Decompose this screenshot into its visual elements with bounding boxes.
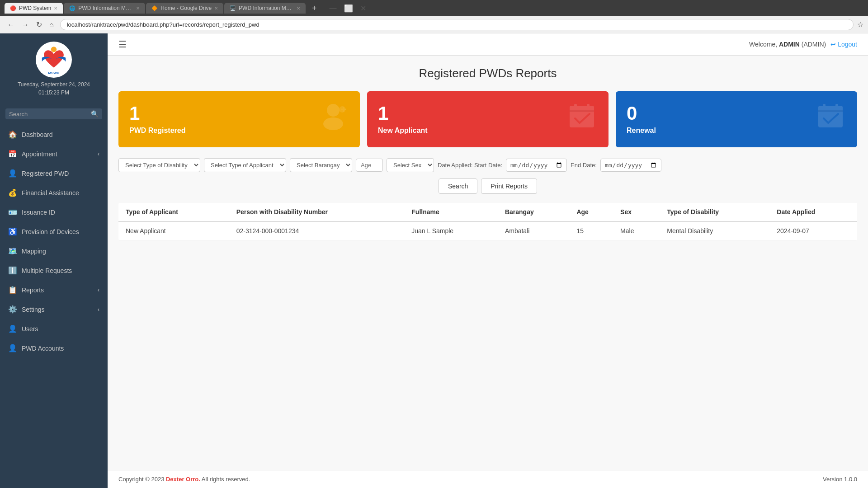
disability-type-select[interactable]: Select Type of DisabilityMental Disabili… bbox=[118, 158, 200, 172]
svg-rect-15 bbox=[835, 104, 838, 109]
stat-number-renewal: 0 bbox=[627, 104, 656, 123]
browser-chrome: 🔴PWD System✕🌐PWD Information Managen...✕… bbox=[0, 0, 868, 16]
sidebar-item-multiple-requests[interactable]: ℹ️ Multiple Requests bbox=[0, 261, 108, 280]
sidebar-item-financial-assistance[interactable]: 💰 Financial Assistance bbox=[0, 183, 108, 202]
tab-label-t2: PWD Information Managen... bbox=[78, 5, 133, 11]
search-icon[interactable]: 🔍 bbox=[91, 110, 99, 117]
nav-arrow-settings: ‹ bbox=[98, 306, 99, 313]
sidebar-datetime: Tuesday, September 24, 2024 01:15:23 PM bbox=[18, 80, 90, 97]
sidebar-item-mapping[interactable]: 🗺️ Mapping bbox=[0, 241, 108, 261]
col-header-person-with-disability-number: Person with Disability Number bbox=[229, 203, 405, 221]
nav-label-multiple-requests: Multiple Requests bbox=[22, 267, 99, 274]
cell-0-type-of-disability: Mental Disability bbox=[660, 221, 769, 240]
nav-icon-provision-of-devices: ♿ bbox=[8, 227, 17, 236]
stat-label-pwd-registered: PWD Registered bbox=[129, 127, 185, 135]
bookmark-button[interactable]: ☆ bbox=[857, 20, 863, 29]
home-button[interactable]: ⌂ bbox=[47, 19, 57, 30]
nav-arrow-appointment: ‹ bbox=[98, 151, 99, 157]
applicant-type-select[interactable]: Select Type of ApplicantNew ApplicantRen… bbox=[204, 158, 286, 172]
browser-tab-t4[interactable]: 🖥️PWD Information Managem...✕ bbox=[224, 3, 306, 14]
tab-close-t1[interactable]: ✕ bbox=[54, 6, 57, 11]
page-title: Registered PWDs Reports bbox=[118, 66, 857, 80]
tab-label-t1: PWD System bbox=[19, 5, 51, 11]
sidebar-item-pwd-accounts[interactable]: 👤 PWD Accounts bbox=[0, 338, 108, 358]
sidebar-item-reports[interactable]: 📋 Reports ‹ bbox=[0, 280, 108, 300]
browser-tab-t2[interactable]: 🌐PWD Information Managen...✕ bbox=[64, 3, 145, 14]
col-header-age: Age bbox=[569, 203, 613, 221]
back-button[interactable]: ← bbox=[5, 19, 17, 30]
tab-close-t4[interactable]: ✕ bbox=[297, 6, 300, 11]
nav-arrow-reports: ‹ bbox=[98, 287, 99, 293]
stat-info-pwd-registered: 1 PWD Registered bbox=[129, 104, 185, 135]
nav-label-financial-assistance: Financial Assistance bbox=[22, 189, 99, 197]
sidebar-logo: MSWD Tuesday, September 24, 2024 01:15:2… bbox=[0, 33, 108, 106]
cell-0-pwd-number: 02-3124-000-0001234 bbox=[229, 221, 405, 240]
nav-icon-users: 👤 bbox=[8, 324, 17, 333]
window-controls: — ⬜ ✕ bbox=[327, 3, 369, 14]
browser-tab-t1[interactable]: 🔴PWD System✕ bbox=[5, 3, 63, 14]
stat-info-new-applicant: 1 New Applicant bbox=[378, 104, 428, 135]
tab-close-t2[interactable]: ✕ bbox=[136, 6, 140, 11]
print-reports-button[interactable]: Print Reports bbox=[481, 178, 537, 194]
nav-icon-mapping: 🗺️ bbox=[8, 247, 17, 255]
sidebar-item-dashboard[interactable]: 🏠 Dashboard bbox=[0, 125, 108, 144]
tab-favicon-t1: 🔴 bbox=[10, 5, 16, 11]
topbar-user-info: Welcome, ADMIN (ADMIN) ↩ Logout bbox=[749, 41, 857, 48]
author-link[interactable]: Dexter Orro. bbox=[166, 476, 200, 483]
new-tab-button[interactable]: + bbox=[309, 4, 320, 13]
logo-circle: MSWD bbox=[36, 42, 72, 78]
nav-icon-registered-pwd: 👤 bbox=[8, 169, 17, 178]
sidebar: MSWD Tuesday, September 24, 2024 01:15:2… bbox=[0, 33, 108, 488]
svg-rect-12 bbox=[818, 106, 843, 127]
copyright-text: Copyright © 2023 bbox=[118, 476, 166, 483]
reload-button[interactable]: ↻ bbox=[33, 19, 45, 30]
stat-label-renewal: Renewal bbox=[627, 127, 656, 135]
end-date-input[interactable] bbox=[600, 159, 661, 172]
sidebar-item-settings[interactable]: ⚙️ Settings ‹ bbox=[0, 300, 108, 319]
barangay-select[interactable]: Select BarangayAmbataliBarangay 1Baranga… bbox=[290, 158, 352, 172]
sidebar-item-appointment[interactable]: 📅 Appointment ‹ bbox=[0, 144, 108, 164]
svg-point-4 bbox=[323, 117, 343, 130]
svg-rect-10 bbox=[574, 104, 577, 109]
browser-tab-t3[interactable]: 🔶Home - Google Drive✕ bbox=[146, 3, 223, 14]
svg-rect-11 bbox=[587, 104, 590, 109]
nav-icon-multiple-requests: ℹ️ bbox=[8, 266, 17, 275]
age-input[interactable] bbox=[356, 159, 383, 172]
table-header-row: Type of ApplicantPerson with Disability … bbox=[118, 203, 857, 221]
sidebar-search-box: 🔍 bbox=[5, 108, 102, 119]
col-header-type-of-disability: Type of Disability bbox=[660, 203, 769, 221]
col-header-fullname: Fullname bbox=[404, 203, 498, 221]
sex-select[interactable]: Select SexMaleFemale bbox=[387, 158, 434, 172]
sidebar-item-issuance-id[interactable]: 🪪 Issuance ID bbox=[0, 202, 108, 222]
stat-icon-renewal bbox=[815, 100, 846, 138]
nav-icon-pwd-accounts: 👤 bbox=[8, 344, 17, 352]
cell-0-fullname: Juan L Sample bbox=[404, 221, 498, 240]
nav-label-mapping: Mapping bbox=[22, 248, 99, 255]
sidebar-item-users[interactable]: 👤 Users bbox=[0, 319, 108, 338]
tab-close-t3[interactable]: ✕ bbox=[214, 6, 218, 11]
footer: Copyright © 2023 Dexter Orro. All rights… bbox=[108, 470, 868, 488]
welcome-text: Welcome, ADMIN (ADMIN) bbox=[749, 41, 826, 48]
tab-label-t4: PWD Information Managem... bbox=[239, 5, 294, 11]
nav-label-appointment: Appointment bbox=[22, 150, 93, 158]
search-button[interactable]: Search bbox=[439, 178, 477, 194]
table-container: Type of ApplicantPerson with Disability … bbox=[118, 203, 857, 240]
forward-button[interactable]: → bbox=[19, 19, 32, 30]
svg-text:MSWD: MSWD bbox=[48, 71, 60, 75]
sidebar-item-provision-of-devices[interactable]: ♿ Provision of Devices bbox=[0, 222, 108, 241]
logout-button[interactable]: ↩ Logout bbox=[830, 41, 857, 48]
col-header-barangay: Barangay bbox=[498, 203, 570, 221]
stat-number-pwd-registered: 1 bbox=[129, 104, 185, 123]
minimize-button[interactable]: — bbox=[327, 3, 340, 14]
close-button[interactable]: ✕ bbox=[358, 3, 369, 14]
address-bar-input[interactable] bbox=[60, 19, 854, 30]
svg-rect-13 bbox=[818, 110, 843, 112]
sidebar-search-input[interactable] bbox=[9, 111, 91, 117]
maximize-button[interactable]: ⬜ bbox=[341, 3, 356, 14]
sidebar-item-registered-pwd[interactable]: 👤 Registered PWD bbox=[0, 164, 108, 183]
start-date-input[interactable] bbox=[506, 159, 567, 172]
reports-table: Type of ApplicantPerson with Disability … bbox=[118, 203, 857, 240]
logout-label: Logout bbox=[838, 41, 857, 48]
menu-toggle-button[interactable]: ☰ bbox=[118, 39, 127, 50]
browser-tabs: 🔴PWD System✕🌐PWD Information Managen...✕… bbox=[5, 3, 306, 14]
